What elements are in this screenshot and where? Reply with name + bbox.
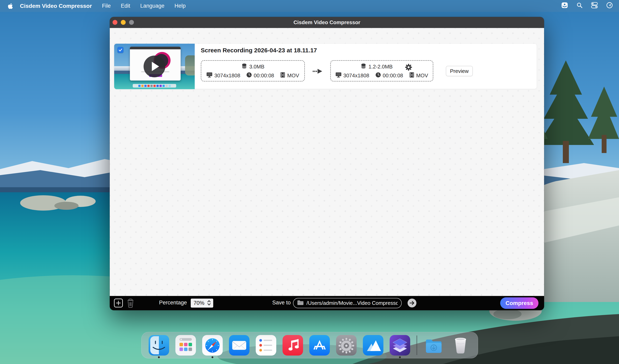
file-name: Screen Recording 2026-04-23 at 18.11.17 xyxy=(201,47,317,54)
stack-app-running-indicator xyxy=(399,356,401,358)
user-badge-icon[interactable] xyxy=(561,2,568,10)
format-icon xyxy=(409,72,414,79)
dock xyxy=(141,332,478,358)
dock-divider xyxy=(416,336,417,355)
apple-menu-icon[interactable] xyxy=(8,3,13,9)
thumbnail-dock xyxy=(133,84,176,88)
percentage-stepper[interactable]: 70% xyxy=(191,299,213,308)
resolution-icon xyxy=(206,72,212,79)
window-titlebar: Cisdem Video Compressor xyxy=(110,17,544,28)
save-path-field[interactable]: /Users/admin/Movie...Video Compressor xyxy=(293,298,402,308)
source-info-box: 3.0MB 3074x1808 00:00:08 xyxy=(201,60,305,82)
remove-file-button[interactable] xyxy=(126,298,135,309)
menubar-app-name[interactable]: Cisdem Video Compressor xyxy=(20,3,92,9)
duration-icon xyxy=(375,72,381,79)
spotlight-search-icon[interactable] xyxy=(576,2,583,10)
compress-button[interactable]: Compress xyxy=(500,297,538,309)
dock-downloads-folder-icon[interactable] xyxy=(423,335,444,356)
target-format: MOV xyxy=(416,72,428,79)
menu-edit[interactable]: Edit xyxy=(121,3,130,9)
resolution-icon xyxy=(336,72,341,79)
menu-bar: Cisdem Video Compressor File Edit Langua… xyxy=(0,0,619,12)
dock-stack-app-icon[interactable] xyxy=(390,335,410,356)
thumbnail-shore xyxy=(185,55,195,75)
source-duration: 00:00:08 xyxy=(254,72,274,79)
file-size-icon xyxy=(241,63,247,70)
file-size-icon xyxy=(360,63,366,70)
bottom-toolbar: Percentage 70% Save to /Users/admin/Movi… xyxy=(110,296,544,310)
target-info-box: 1.2-2.0MB 3074x1808 xyxy=(330,60,433,82)
convert-arrow-icon xyxy=(313,68,323,75)
save-to-label: Save to xyxy=(272,300,291,306)
source-format: MOV xyxy=(287,72,299,79)
file-list-area: Screen Recording 2026-04-23 at 18.11.17 … xyxy=(110,28,544,296)
app-window: Cisdem Video Compressor xyxy=(110,17,544,310)
dock-music-icon[interactable] xyxy=(282,335,303,356)
percentage-value[interactable]: 70% xyxy=(191,300,207,306)
target-resolution: 3074x1808 xyxy=(343,72,369,79)
window-title: Cisdem Video Compressor xyxy=(110,17,544,28)
menu-help[interactable]: Help xyxy=(175,3,186,9)
stepper-arrows-icon[interactable] xyxy=(207,300,211,307)
dock-finder-icon[interactable] xyxy=(149,335,169,356)
menu-language[interactable]: Language xyxy=(140,3,164,9)
add-file-button[interactable] xyxy=(114,299,123,308)
video-file-row: Screen Recording 2026-04-23 at 18.11.17 … xyxy=(114,43,537,89)
dock-safari-icon[interactable] xyxy=(202,335,223,356)
target-duration: 00:00:08 xyxy=(383,72,403,79)
video-thumbnail[interactable] xyxy=(114,44,195,89)
folder-icon xyxy=(297,300,304,307)
source-resolution: 3074x1808 xyxy=(214,72,240,79)
target-settings-gear-icon[interactable] xyxy=(405,63,413,72)
menu-file[interactable]: File xyxy=(102,3,111,9)
dock-mail-icon[interactable] xyxy=(229,335,250,356)
percentage-label: Percentage xyxy=(159,300,187,306)
play-overlay-icon[interactable] xyxy=(144,56,165,77)
preview-button[interactable]: Preview xyxy=(446,66,473,76)
open-folder-arrow-button[interactable] xyxy=(407,298,417,308)
duration-icon xyxy=(246,72,252,79)
finder-running-indicator xyxy=(158,356,160,358)
control-center-icon[interactable] xyxy=(591,2,598,10)
save-path-value: /Users/admin/Movie...Video Compressor xyxy=(307,300,398,306)
file-selected-checkbox[interactable] xyxy=(117,47,124,53)
target-size: 1.2-2.0MB xyxy=(368,64,393,70)
dock-trash-icon[interactable] xyxy=(450,335,471,356)
format-icon xyxy=(280,72,285,79)
dock-system-settings-icon[interactable] xyxy=(336,335,357,356)
clock-icon[interactable] xyxy=(606,2,613,10)
dock-reminders-icon[interactable] xyxy=(256,335,276,356)
dock-app-store-icon[interactable] xyxy=(309,335,330,356)
safari-running-indicator xyxy=(212,356,213,358)
source-size: 3.0MB xyxy=(249,64,264,70)
dock-launchpad-icon[interactable] xyxy=(175,335,196,356)
dock-mountains-app-icon[interactable] xyxy=(363,335,383,356)
